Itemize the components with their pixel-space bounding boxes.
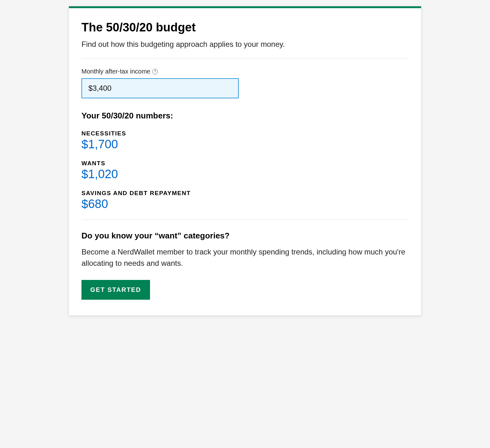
- category-value: $680: [81, 197, 409, 211]
- cta-text: Become a NerdWallet member to track your…: [81, 246, 409, 269]
- income-input[interactable]: [81, 78, 239, 98]
- income-label-row: Monthly after-tax income ?: [81, 68, 409, 75]
- help-icon[interactable]: ?: [152, 69, 158, 74]
- divider: [81, 58, 409, 58]
- income-label: Monthly after-tax income: [81, 68, 150, 75]
- category-savings: SAVINGS AND DEBT REPAYMENT $680: [81, 190, 409, 211]
- category-necessities: NECESSITIES $1,700: [81, 130, 409, 151]
- category-label: NECESSITIES: [81, 130, 409, 137]
- category-label: SAVINGS AND DEBT REPAYMENT: [81, 190, 409, 197]
- page-title: The 50/30/20 budget: [81, 21, 409, 34]
- cta-heading: Do you know your “want” categories?: [81, 231, 409, 241]
- results-heading: Your 50/30/20 numbers:: [81, 111, 409, 121]
- category-label: WANTS: [81, 160, 409, 167]
- category-value: $1,020: [81, 167, 409, 181]
- page-subtitle: Find out how this budgeting approach app…: [81, 40, 409, 49]
- budget-card: The 50/30/20 budget Find out how this bu…: [69, 6, 421, 315]
- category-value: $1,700: [81, 138, 409, 151]
- divider: [81, 220, 409, 220]
- get-started-button[interactable]: GET STARTED: [81, 280, 150, 300]
- category-wants: WANTS $1,020: [81, 160, 409, 181]
